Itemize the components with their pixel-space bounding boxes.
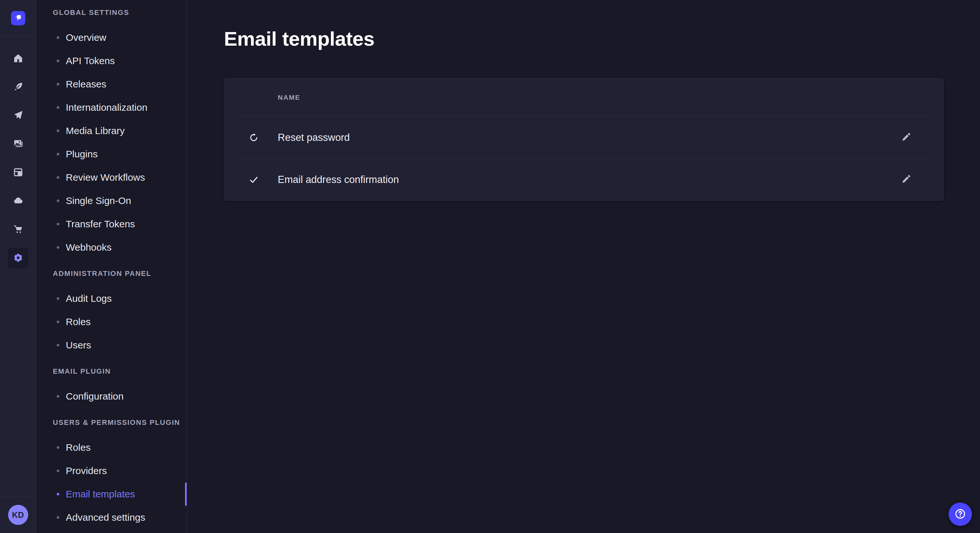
bullet-icon xyxy=(57,200,59,202)
subnav-item-configuration[interactable]: Configuration xyxy=(37,385,187,408)
question-mark-icon xyxy=(954,508,967,521)
template-name: Reset password xyxy=(278,132,350,143)
rail-item-home[interactable] xyxy=(8,48,29,69)
bullet-icon xyxy=(57,246,59,249)
rail-item-cart[interactable] xyxy=(8,219,29,240)
home-icon xyxy=(13,53,24,65)
subnav-item-transfer-tokens[interactable]: Transfer Tokens xyxy=(37,213,187,236)
subnav-item-label: Review Workflows xyxy=(66,173,145,182)
subnav-item-email-templates[interactable]: Email templates xyxy=(37,482,187,506)
avatar[interactable]: KD xyxy=(8,505,28,525)
subnav-item-label: Email templates xyxy=(66,489,135,499)
subnav-item-media-library[interactable]: Media Library xyxy=(37,119,187,143)
page-title: Email templates xyxy=(224,27,944,50)
bullet-icon xyxy=(57,83,59,86)
table-header-row: NAME xyxy=(224,78,943,116)
rail-item-feather[interactable] xyxy=(8,77,29,97)
help-button[interactable] xyxy=(948,503,972,526)
subnav-item-roles[interactable]: Roles xyxy=(37,310,187,333)
subnav-item-label: Internationalization xyxy=(66,103,148,113)
subnav-item-providers[interactable]: Providers xyxy=(37,459,187,482)
subnav-item-label: Releases xyxy=(66,79,106,89)
subnav-item-overview[interactable]: Overview xyxy=(37,26,187,49)
rail-item-paper-plane[interactable] xyxy=(8,105,29,126)
rail-item-layout[interactable] xyxy=(8,162,29,183)
bullet-icon xyxy=(57,493,59,495)
subnav-item-single-sign-on[interactable]: Single Sign-On xyxy=(37,189,187,213)
nav-footer: KD xyxy=(0,497,36,533)
email-templates-table: NAME Reset passwordEmail address confirm… xyxy=(224,78,944,201)
edit-template-button[interactable] xyxy=(900,131,913,144)
subnav-item-label: Advanced settings xyxy=(66,512,145,522)
subnav-item-label: Transfer Tokens xyxy=(66,219,135,229)
bullet-icon xyxy=(57,223,59,225)
rail-item-images[interactable] xyxy=(8,134,29,154)
subnav-item-label: Configuration xyxy=(66,392,124,401)
template-name: Email address confirmation xyxy=(278,174,399,186)
main-content: Email templates NAME Reset passwordEmail… xyxy=(187,0,980,533)
bullet-icon xyxy=(57,446,59,449)
table-row-email-address-confirmation[interactable]: Email address confirmation xyxy=(224,159,943,200)
images-icon xyxy=(13,138,24,150)
table-row-reset-password[interactable]: Reset password xyxy=(224,117,943,159)
subnav-item-label: Overview xyxy=(66,33,106,43)
subnav-item-webhooks[interactable]: Webhooks xyxy=(37,236,187,259)
bullet-icon xyxy=(57,106,59,109)
strapi-logo-icon xyxy=(13,12,24,24)
cart-icon xyxy=(13,224,24,236)
bullet-icon xyxy=(57,395,59,398)
gear-icon xyxy=(13,252,24,264)
cloud-icon xyxy=(13,195,24,207)
nav-header xyxy=(0,0,36,36)
rail-item-cloud[interactable] xyxy=(8,191,29,211)
nav-icon-list xyxy=(0,36,36,497)
subnav-section-title: GLOBAL SETTINGS xyxy=(37,8,187,17)
paper-plane-icon xyxy=(13,110,24,122)
bullet-icon xyxy=(57,344,59,346)
bullet-icon xyxy=(57,320,59,323)
subnav-section-global-settings: GLOBAL SETTINGSOverviewAPI TokensRelease… xyxy=(37,8,187,259)
subnav-section-users-permissions-plugin: USERS & PERMISSIONS PLUGINRolesProviders… xyxy=(37,418,187,529)
subnav-section-title: USERS & PERMISSIONS PLUGIN xyxy=(37,418,187,427)
bullet-icon xyxy=(57,176,59,179)
subnav-item-label: Media Library xyxy=(66,126,125,136)
main-nav-rail: KD xyxy=(0,0,36,533)
subnav-item-label: Roles xyxy=(66,317,91,327)
subnav-item-users[interactable]: Users xyxy=(37,333,187,357)
subnav-item-advanced-settings[interactable]: Advanced settings xyxy=(37,506,187,529)
subnav-item-releases[interactable]: Releases xyxy=(37,73,187,96)
bullet-icon xyxy=(57,516,59,519)
column-header-name: NAME xyxy=(278,94,301,102)
subnav-item-label: Roles xyxy=(66,443,91,452)
subnav-section-title: ADMINISTRATION PANEL xyxy=(37,270,187,278)
subnav-item-plugins[interactable]: Plugins xyxy=(37,143,187,166)
subnav-item-internationalization[interactable]: Internationalization xyxy=(37,96,187,119)
bullet-icon xyxy=(57,130,59,132)
subnav-item-label: API Tokens xyxy=(66,56,115,66)
subnav-item-label: Single Sign-On xyxy=(66,196,131,206)
subnav-item-label: Plugins xyxy=(66,149,97,159)
bullet-icon xyxy=(57,153,59,155)
subnav-item-label: Users xyxy=(66,340,91,350)
pencil-icon xyxy=(900,132,912,143)
subnav-item-review-workflows[interactable]: Review Workflows xyxy=(37,166,187,189)
subnav-item-label: Webhooks xyxy=(66,243,111,252)
subnav-item-audit-logs[interactable]: Audit Logs xyxy=(37,287,187,310)
subnav-item-roles[interactable]: Roles xyxy=(37,436,187,459)
subnav-section-administration-panel: ADMINISTRATION PANELAudit LogsRolesUsers xyxy=(37,270,187,357)
subnav-item-label: Providers xyxy=(66,466,107,476)
subnav-item-api-tokens[interactable]: API Tokens xyxy=(37,49,187,73)
subnav-section-email-plugin: EMAIL PLUGINConfiguration xyxy=(37,367,187,408)
edit-template-button[interactable] xyxy=(900,173,913,186)
refresh-icon xyxy=(248,132,259,143)
bullet-icon xyxy=(57,470,59,472)
strapi-logo[interactable] xyxy=(11,11,25,25)
subnav-section-title: EMAIL PLUGIN xyxy=(37,367,187,376)
rail-item-gear[interactable] xyxy=(8,248,29,268)
bullet-icon xyxy=(57,36,59,39)
bullet-icon xyxy=(57,297,59,300)
layout-icon xyxy=(13,167,24,179)
active-indicator xyxy=(185,482,187,506)
settings-subnav: GLOBAL SETTINGSOverviewAPI TokensRelease… xyxy=(37,0,187,533)
pencil-icon xyxy=(900,174,912,186)
